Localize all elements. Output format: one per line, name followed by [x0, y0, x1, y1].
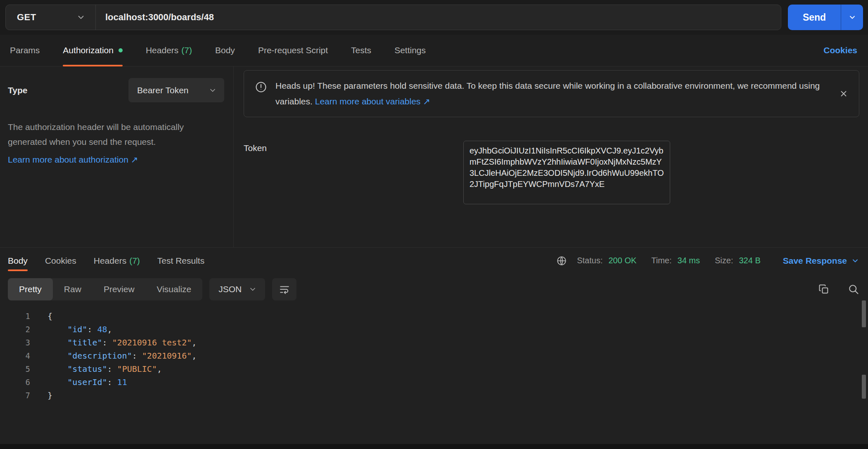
wrap-text-icon: [279, 284, 290, 295]
line-number: 1: [0, 310, 30, 323]
code-text: "description": "20210916",: [47, 349, 197, 362]
save-response-label: Save Response: [783, 256, 847, 266]
code-text: "id": 48,: [47, 323, 112, 336]
response-meta: Status: 200 OK Time: 34 ms Size: 324 B S…: [556, 255, 859, 266]
auth-type-value: Bearer Token: [137, 85, 189, 95]
response-toolbar: Pretty Raw Preview Visualize JSON: [8, 278, 859, 300]
api-client-window: GET Send Params Authorization Headers (7…: [0, 0, 868, 449]
code-line: 5 "status": "PUBLIC",: [0, 362, 868, 376]
wrap-text-button[interactable]: [272, 278, 296, 300]
request-tabs: Params Authorization Headers (7) Body Pr…: [0, 35, 868, 66]
save-response-button[interactable]: Save Response: [783, 256, 859, 266]
token-row: Token eyJhbGciOiJIUzI1NiIsInR5cCI6IkpXVC…: [244, 141, 859, 204]
warning-text: Heads up! These parameters hold sensitiv…: [275, 78, 826, 109]
scrollbar-thumb[interactable]: [862, 300, 866, 327]
chevron-down-icon: [848, 13, 856, 21]
chevron-down-icon: [851, 257, 859, 265]
view-preview-button[interactable]: Preview: [92, 278, 146, 300]
response-format-value: JSON: [218, 284, 242, 294]
cookies-link[interactable]: Cookies: [823, 45, 857, 55]
line-number: 2: [0, 323, 30, 336]
code-text: {: [47, 310, 52, 323]
code-line: 6 "userId": 11: [0, 376, 868, 389]
tab-params-label: Params: [10, 45, 40, 55]
chevron-down-icon: [76, 13, 85, 22]
method-label: GET: [17, 12, 36, 23]
time-label: Time:: [651, 256, 671, 265]
scrollbar-thumb[interactable]: [862, 375, 866, 399]
response-headers-count-badge: (7): [129, 256, 140, 266]
url-field: GET: [5, 5, 781, 30]
response-tab-headers[interactable]: Headers (7): [94, 248, 140, 274]
authorization-detail-column: Heads up! These parameters hold sensitiv…: [234, 66, 868, 247]
code-line: 2 "id": 48,: [0, 323, 868, 336]
tab-tests[interactable]: Tests: [351, 35, 371, 66]
chevron-down-icon: [249, 285, 257, 293]
code-lines: 1{2 "id": 48,3 "title": "20210916 test2"…: [0, 310, 868, 402]
code-text: "userId": 11: [47, 376, 127, 389]
view-raw-button[interactable]: Raw: [53, 278, 92, 300]
tab-headers[interactable]: Headers (7): [146, 35, 192, 66]
auth-type-select[interactable]: Bearer Token: [128, 78, 224, 102]
send-options-button[interactable]: [841, 5, 863, 30]
send-button[interactable]: Send: [788, 5, 841, 30]
view-visualize-label: Visualize: [157, 284, 192, 294]
size-label: Size:: [715, 256, 733, 265]
token-label: Token: [244, 141, 463, 204]
network-globe-icon[interactable]: [556, 255, 567, 266]
token-input[interactable]: eyJhbGciOiJIUzI1NiIsInR5cCI6IkpXVCJ9.eyJ…: [463, 141, 670, 204]
response-toolbar-right: [818, 284, 859, 295]
tab-authorization[interactable]: Authorization: [63, 35, 123, 66]
response-view-switcher: Pretty Raw Preview Visualize: [8, 278, 202, 300]
response-tab-test-results-label: Test Results: [157, 256, 204, 266]
response-tab-body[interactable]: Body: [8, 248, 28, 274]
code-line: 4 "description": "20210916",: [0, 349, 868, 362]
tab-body[interactable]: Body: [215, 35, 235, 66]
line-number: 7: [0, 389, 30, 402]
chevron-down-icon: [209, 86, 217, 95]
code-line: 7}: [0, 389, 868, 402]
method-selector[interactable]: GET: [6, 5, 96, 30]
learn-more-authorization-link[interactable]: Learn more about authorization ↗: [8, 155, 138, 165]
line-number: 5: [0, 362, 30, 376]
view-pretty-button[interactable]: Pretty: [8, 278, 53, 300]
window-bottom-edge: [0, 444, 868, 449]
view-visualize-button[interactable]: Visualize: [146, 278, 203, 300]
authorization-configured-dot: [119, 48, 123, 52]
code-text: }: [47, 389, 52, 402]
tab-authorization-label: Authorization: [63, 45, 114, 55]
learn-more-variables-link[interactable]: Learn more about variables ↗: [315, 94, 430, 109]
view-preview-label: Preview: [104, 284, 135, 294]
tab-params[interactable]: Params: [10, 35, 40, 66]
view-raw-label: Raw: [64, 284, 81, 294]
line-number: 3: [0, 336, 30, 349]
tab-settings-label: Settings: [394, 45, 426, 55]
authorization-type-column: Type Bearer Token The authorization head…: [0, 66, 234, 247]
auth-type-label: Type: [8, 85, 128, 95]
response-tab-body-label: Body: [8, 256, 28, 266]
tab-settings[interactable]: Settings: [394, 35, 426, 66]
search-response-button[interactable]: [848, 284, 859, 295]
authorization-panel: Type Bearer Token The authorization head…: [0, 66, 868, 248]
tab-pre-request-script-label: Pre-request Script: [258, 45, 328, 55]
url-input[interactable]: [96, 5, 781, 30]
response-header: Body Cookies Headers (7) Test Results St…: [0, 248, 868, 274]
copy-response-button[interactable]: [818, 284, 830, 295]
response-body-viewer: 1{2 "id": 48,3 "title": "20210916 test2"…: [0, 300, 868, 444]
status-value: 200 OK: [608, 256, 636, 265]
time-value: 34 ms: [678, 256, 700, 265]
search-icon: [848, 284, 859, 295]
tab-tests-label: Tests: [351, 45, 371, 55]
headers-count-badge: (7): [181, 45, 192, 55]
status-label: Status:: [577, 256, 602, 265]
code-text: "title": "20210916 test2",: [47, 336, 197, 349]
response-tab-test-results[interactable]: Test Results: [157, 248, 204, 274]
code-line: 1{: [0, 310, 868, 323]
close-icon[interactable]: [839, 89, 848, 98]
response-format-select[interactable]: JSON: [209, 278, 265, 300]
request-url-bar: GET Send: [0, 0, 868, 35]
line-number: 6: [0, 376, 30, 389]
auth-helper-text: The authorization header will be automat…: [8, 120, 223, 149]
tab-pre-request-script[interactable]: Pre-request Script: [258, 35, 328, 66]
response-tab-cookies[interactable]: Cookies: [45, 248, 76, 274]
